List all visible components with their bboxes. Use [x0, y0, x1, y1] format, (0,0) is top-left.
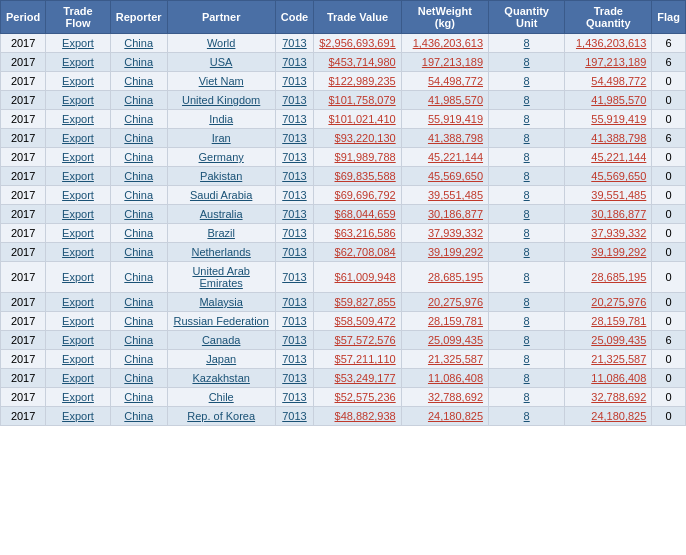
table-cell[interactable]: China — [110, 186, 167, 205]
table-cell[interactable]: 30,186,877 — [565, 205, 652, 224]
table-cell[interactable]: $91,989,788 — [314, 148, 401, 167]
table-cell[interactable]: China — [110, 34, 167, 53]
table-cell[interactable]: 197,213,189 — [401, 53, 488, 72]
table-cell[interactable]: India — [167, 110, 275, 129]
table-cell[interactable]: Kazakhstan — [167, 369, 275, 388]
table-cell[interactable]: United Kingdom — [167, 91, 275, 110]
table-cell[interactable]: Export — [46, 369, 111, 388]
table-cell[interactable]: Canada — [167, 331, 275, 350]
table-cell[interactable]: 30,186,877 — [401, 205, 488, 224]
table-cell[interactable]: $69,696,792 — [314, 186, 401, 205]
table-cell[interactable]: $69,835,588 — [314, 167, 401, 186]
table-cell[interactable]: 8 — [489, 224, 565, 243]
table-cell[interactable]: Export — [46, 243, 111, 262]
table-cell[interactable]: 21,325,587 — [565, 350, 652, 369]
table-cell[interactable]: 39,551,485 — [401, 186, 488, 205]
table-cell[interactable]: Viet Nam — [167, 72, 275, 91]
table-cell[interactable]: 8 — [489, 243, 565, 262]
table-cell[interactable]: China — [110, 262, 167, 293]
table-cell[interactable]: 37,939,332 — [401, 224, 488, 243]
table-cell[interactable]: 8 — [489, 407, 565, 426]
table-cell[interactable]: $63,216,586 — [314, 224, 401, 243]
table-cell[interactable]: 8 — [489, 262, 565, 293]
table-cell[interactable]: China — [110, 388, 167, 407]
table-cell[interactable]: 20,275,976 — [565, 293, 652, 312]
table-cell[interactable]: World — [167, 34, 275, 53]
table-cell[interactable]: $2,956,693,691 — [314, 34, 401, 53]
table-cell[interactable]: $58,509,472 — [314, 312, 401, 331]
table-cell[interactable]: 8 — [489, 369, 565, 388]
table-cell[interactable]: 7013 — [275, 262, 314, 293]
table-cell[interactable]: 24,180,825 — [401, 407, 488, 426]
table-cell[interactable]: $93,220,130 — [314, 129, 401, 148]
table-cell[interactable]: 8 — [489, 110, 565, 129]
table-cell[interactable]: China — [110, 91, 167, 110]
table-cell[interactable]: 7013 — [275, 350, 314, 369]
table-cell[interactable]: China — [110, 407, 167, 426]
table-cell[interactable]: 25,099,435 — [565, 331, 652, 350]
table-cell[interactable]: China — [110, 293, 167, 312]
table-cell[interactable]: 55,919,419 — [401, 110, 488, 129]
table-cell[interactable]: 7013 — [275, 129, 314, 148]
table-cell[interactable]: 11,086,408 — [565, 369, 652, 388]
table-cell[interactable]: China — [110, 110, 167, 129]
table-cell[interactable]: 7013 — [275, 53, 314, 72]
table-cell[interactable]: Export — [46, 293, 111, 312]
table-cell[interactable]: 7013 — [275, 110, 314, 129]
table-cell[interactable]: 7013 — [275, 243, 314, 262]
table-cell[interactable]: $53,249,177 — [314, 369, 401, 388]
table-cell[interactable]: 28,159,781 — [401, 312, 488, 331]
table-cell[interactable]: 8 — [489, 312, 565, 331]
table-cell[interactable]: 8 — [489, 293, 565, 312]
table-cell[interactable]: 7013 — [275, 72, 314, 91]
table-cell[interactable]: Iran — [167, 129, 275, 148]
table-cell[interactable]: Export — [46, 407, 111, 426]
table-cell[interactable]: Export — [46, 53, 111, 72]
table-cell[interactable]: Brazil — [167, 224, 275, 243]
table-cell[interactable]: Japan — [167, 350, 275, 369]
table-cell[interactable]: 8 — [489, 91, 565, 110]
table-cell[interactable]: China — [110, 148, 167, 167]
table-cell[interactable]: 8 — [489, 331, 565, 350]
table-cell[interactable]: 7013 — [275, 312, 314, 331]
table-cell[interactable]: 45,221,144 — [401, 148, 488, 167]
table-cell[interactable]: 28,685,195 — [565, 262, 652, 293]
table-cell[interactable]: China — [110, 167, 167, 186]
table-cell[interactable]: $48,882,938 — [314, 407, 401, 426]
table-cell[interactable]: Export — [46, 262, 111, 293]
table-cell[interactable]: 39,199,292 — [401, 243, 488, 262]
table-cell[interactable]: 8 — [489, 72, 565, 91]
table-cell[interactable]: 45,221,144 — [565, 148, 652, 167]
table-cell[interactable]: 8 — [489, 148, 565, 167]
table-cell[interactable]: 1,436,203,613 — [565, 34, 652, 53]
table-cell[interactable]: 32,788,692 — [565, 388, 652, 407]
table-cell[interactable]: 28,159,781 — [565, 312, 652, 331]
table-cell[interactable]: 37,939,332 — [565, 224, 652, 243]
table-cell[interactable]: 25,099,435 — [401, 331, 488, 350]
table-cell[interactable]: Export — [46, 72, 111, 91]
table-cell[interactable]: 41,985,570 — [401, 91, 488, 110]
table-cell[interactable]: 54,498,772 — [565, 72, 652, 91]
table-cell[interactable]: $453,714,980 — [314, 53, 401, 72]
table-cell[interactable]: China — [110, 243, 167, 262]
table-cell[interactable]: United Arab Emirates — [167, 262, 275, 293]
table-cell[interactable]: China — [110, 53, 167, 72]
table-cell[interactable]: 11,086,408 — [401, 369, 488, 388]
table-cell[interactable]: $62,708,084 — [314, 243, 401, 262]
table-cell[interactable]: 197,213,189 — [565, 53, 652, 72]
table-cell[interactable]: Pakistan — [167, 167, 275, 186]
table-cell[interactable]: China — [110, 331, 167, 350]
table-cell[interactable]: 8 — [489, 34, 565, 53]
table-cell[interactable]: China — [110, 72, 167, 91]
table-cell[interactable]: 39,199,292 — [565, 243, 652, 262]
table-cell[interactable]: 7013 — [275, 167, 314, 186]
table-cell[interactable]: Export — [46, 186, 111, 205]
table-cell[interactable]: $57,572,576 — [314, 331, 401, 350]
table-cell[interactable]: 24,180,825 — [565, 407, 652, 426]
table-cell[interactable]: 7013 — [275, 205, 314, 224]
table-cell[interactable]: Export — [46, 205, 111, 224]
table-cell[interactable]: $61,009,948 — [314, 262, 401, 293]
table-cell[interactable]: China — [110, 129, 167, 148]
table-cell[interactable]: Netherlands — [167, 243, 275, 262]
table-cell[interactable]: 8 — [489, 53, 565, 72]
